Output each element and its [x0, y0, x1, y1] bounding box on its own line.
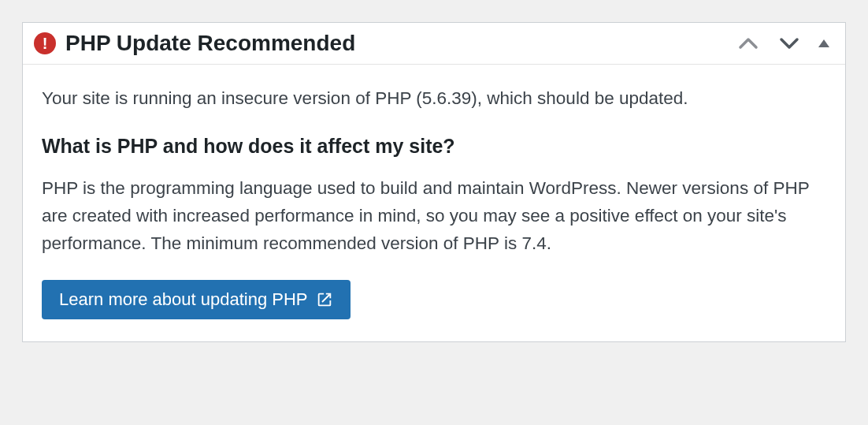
move-down-button[interactable] [776, 33, 803, 54]
body-heading: What is PHP and how does it affect my si… [42, 135, 826, 158]
warning-icon: ! [34, 32, 56, 54]
chevron-down-icon [779, 36, 799, 50]
learn-more-label: Learn more about updating PHP [59, 289, 308, 310]
chevron-up-icon [738, 36, 759, 50]
panel-header: ! PHP Update Recommended [23, 23, 845, 65]
learn-more-button[interactable]: Learn more about updating PHP [42, 280, 351, 319]
php-update-panel: ! PHP Update Recommended Your site is ru [22, 22, 846, 342]
intro-text: Your site is running an insecure version… [42, 85, 826, 113]
panel-header-left: ! PHP Update Recommended [34, 31, 355, 56]
svg-marker-0 [818, 39, 829, 47]
panel-title: PHP Update Recommended [65, 31, 355, 56]
toggle-panel-button[interactable] [817, 36, 831, 50]
body-paragraph: PHP is the programming language used to … [42, 175, 826, 258]
caret-up-icon [818, 38, 829, 49]
move-up-button[interactable] [735, 33, 762, 54]
panel-body: Your site is running an insecure version… [23, 65, 845, 341]
panel-header-controls [735, 33, 831, 54]
external-link-icon [316, 291, 333, 308]
